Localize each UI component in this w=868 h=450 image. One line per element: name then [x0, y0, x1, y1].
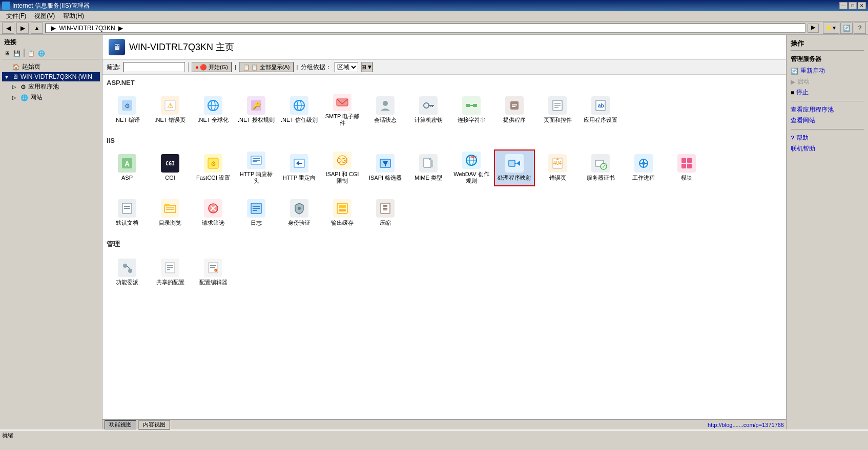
icon-feature-delegate[interactable]: 功能委派	[107, 254, 148, 291]
icon-dotnet-auth[interactable]: 🔑 .NET 授权规则	[236, 92, 277, 128]
config-editor-icon	[204, 259, 222, 277]
favorites-button[interactable]: ⭐▼	[823, 23, 839, 34]
icon-session[interactable]: 会话状态	[365, 92, 406, 128]
tool-refresh[interactable]: 🌐	[37, 49, 46, 58]
icon-isapi-filter[interactable]: ISAPI 筛选器	[365, 149, 406, 186]
icon-http-headers[interactable]: HTTP 响应标头	[236, 149, 277, 186]
icon-handler[interactable]: 处理程序映射	[494, 149, 535, 186]
session-label: 会话状态	[374, 117, 397, 123]
icon-dir-browse[interactable]: 目录浏览	[150, 195, 191, 231]
filter-input[interactable]	[123, 62, 185, 72]
icon-req-filter[interactable]: 请求筛选	[193, 195, 234, 231]
icon-dotnet-global[interactable]: .NET 全球化	[193, 92, 234, 128]
minimize-button[interactable]: —	[839, 2, 848, 9]
group-select[interactable]: 区域	[335, 62, 358, 72]
tool-connect[interactable]: 🖥	[2, 49, 11, 58]
icon-worker-proc[interactable]: 工作进程	[623, 149, 664, 186]
content-view-button[interactable]: 内容视图	[138, 420, 170, 430]
view-toggle[interactable]: ⊞▼	[361, 62, 373, 72]
stop-link[interactable]: ■ 停止	[791, 87, 864, 98]
icon-isapi-cgi[interactable]: CGI ISAPI 和 CGI 限制	[322, 149, 363, 186]
icon-shared-config[interactable]: 共享的配置	[150, 254, 191, 291]
view-apppool-link[interactable]: 查看应用程序池	[791, 104, 864, 115]
icon-modules[interactable]: 模块	[666, 149, 707, 186]
icon-server-cert[interactable]: ✓ 服务器证书	[580, 149, 621, 186]
sites-expand-icon: ▷	[12, 95, 18, 100]
icon-dotnet-compile[interactable]: ⚙ .NET 编译	[107, 92, 148, 128]
http-headers-icon	[247, 152, 265, 169]
menu-help[interactable]: 帮助(H)	[59, 11, 88, 22]
asp-label: ASP	[121, 175, 133, 181]
icon-logging[interactable]: 日志	[236, 195, 277, 231]
menu-view[interactable]: 视图(V)	[30, 11, 59, 22]
icon-config-editor[interactable]: 配置编辑器	[193, 254, 234, 291]
icon-dotnet-error[interactable]: ⚠ .NET 错误页	[150, 92, 191, 128]
tree-item-apppool[interactable]: ▷ ⚙ 应用程序池	[10, 81, 100, 92]
tree-item-server[interactable]: ▼ 🖥 WIN-VIDTRL7Q3KN (WIN	[2, 72, 100, 81]
help-nav-button[interactable]: ?	[854, 23, 866, 34]
icon-auth[interactable]: 身份验证	[279, 195, 320, 231]
icon-fastcgi[interactable]: ⚙ FastCGI 设置	[193, 149, 234, 186]
mime-icon	[419, 154, 438, 173]
start-button[interactable]: ● 🔴 开始(G)	[192, 62, 232, 72]
tree-children: ▷ ⚙ 应用程序池 ▷ 🌐 网站	[2, 81, 100, 103]
up-button[interactable]: ▲	[31, 23, 43, 34]
maximize-button[interactable]: □	[849, 2, 857, 9]
machinekey-icon	[419, 96, 438, 115]
refresh-button[interactable]: 🔄	[840, 23, 853, 34]
dotnet-auth-label: .NET 授权规则	[238, 117, 275, 123]
icon-compress[interactable]: 压缩	[365, 195, 406, 231]
svg-rect-19	[473, 104, 477, 107]
icon-pagescontrols[interactable]: 页面和控件	[537, 92, 578, 128]
dotnet-compile-icon: ⚙	[118, 96, 136, 115]
icon-cgi[interactable]: CGI CGI	[150, 149, 191, 186]
icon-appsettings[interactable]: ab 应用程序设置	[580, 92, 621, 128]
address-input[interactable]	[45, 24, 805, 33]
fastcgi-icon: ⚙	[204, 154, 222, 173]
taskbar: 就绪	[0, 430, 868, 440]
back-button[interactable]: ◀	[2, 23, 14, 34]
view-sites-link[interactable]: 查看网站	[791, 115, 864, 126]
icon-default-doc[interactable]: 默认文档	[107, 195, 148, 231]
status-bar: 功能视图 内容视图 http://blog.......com/p=137176…	[102, 419, 786, 430]
icon-connstring[interactable]: 连接字符串	[451, 92, 492, 128]
icon-providers[interactable]: 提供程序	[494, 92, 535, 128]
forward-button[interactable]: ▶	[16, 23, 29, 34]
help-link[interactable]: ? 帮助	[791, 133, 864, 143]
tree-item-sites[interactable]: ▷ 🌐 网站	[10, 92, 100, 103]
tool-view[interactable]: 📋	[27, 49, 36, 58]
feature-delegate-label: 功能委派	[116, 279, 138, 286]
tool-save[interactable]: 💾	[12, 49, 22, 58]
manage-section-title: 管理	[107, 240, 782, 250]
stop-icon: ■	[791, 89, 794, 96]
icon-mime[interactable]: MIME 类型	[408, 149, 449, 186]
icon-asp[interactable]: A ASP	[107, 149, 148, 186]
svg-point-14	[424, 103, 429, 108]
restart-link[interactable]: 🔄 重新启动	[791, 66, 864, 76]
svg-text:✓: ✓	[602, 164, 606, 169]
dotnet-auth-icon: 🔑	[247, 96, 265, 115]
icon-http-redirect[interactable]: HTTP 重定向	[279, 149, 320, 186]
icon-error-pages[interactable]: 404 错误页	[537, 149, 578, 186]
http-headers-label: HTTP 响应标头	[238, 171, 275, 184]
menu-file[interactable]: 文件(F)	[2, 11, 30, 22]
show-all-button[interactable]: 📋 📋 全部显示(A)	[239, 62, 294, 72]
icon-dotnet-trust[interactable]: .NET 信任级别	[279, 92, 320, 128]
icon-machinekey[interactable]: 计算机密钥	[408, 92, 449, 128]
dir-browse-label: 目录浏览	[159, 220, 181, 226]
online-help-link[interactable]: 联机帮助	[791, 143, 864, 154]
tree-item-start[interactable]: 🏠 起始页	[2, 61, 100, 72]
svg-point-13	[383, 101, 388, 106]
icon-smtp[interactable]: SMTP 电子邮件	[322, 92, 363, 128]
feature-view-button[interactable]: 功能视图	[105, 420, 136, 430]
req-filter-label: 请求筛选	[202, 220, 224, 226]
modules-label: 模块	[681, 175, 692, 181]
server-cert-icon: ✓	[591, 154, 610, 173]
go-button[interactable]: ▶	[808, 24, 819, 33]
start-link[interactable]: ▶ 启动	[791, 76, 864, 87]
icon-webdav[interactable]: DAV WebDAV 创作规则	[451, 149, 492, 186]
icon-output-cache[interactable]: 输出缓存	[322, 195, 363, 231]
server-icon: 🖥	[12, 73, 18, 80]
manage-icon-grid: 功能委派 共享的配置 配置编辑器	[107, 254, 782, 291]
close-button[interactable]: ✕	[858, 2, 866, 9]
